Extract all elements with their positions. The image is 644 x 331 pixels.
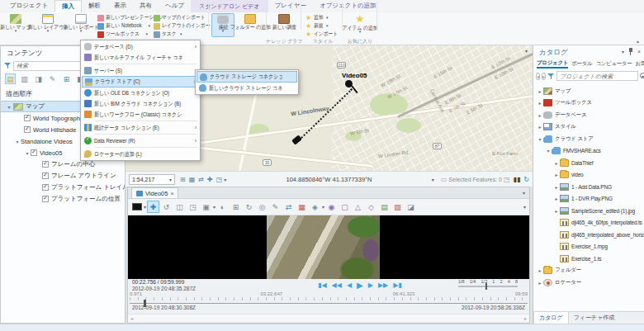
next-frame-button[interactable]: ▶ bbox=[368, 281, 373, 289]
layer-checkbox[interactable] bbox=[31, 149, 37, 156]
full-frame-button[interactable]: ◎ bbox=[256, 201, 268, 213]
expand-icon[interactable]: ▸ bbox=[537, 124, 543, 130]
collapse-ribbon-icon[interactable]: ▴ bbox=[637, 38, 639, 44]
tab-analysis[interactable]: 解析 bbox=[82, 0, 107, 12]
layer-checkbox[interactable] bbox=[42, 161, 49, 168]
new-investigation-button[interactable]: 新しい調査 bbox=[269, 13, 299, 37]
scroll-left-icon[interactable]: ◂ bbox=[130, 315, 133, 321]
video-notes-button[interactable]: ▧ bbox=[391, 201, 404, 213]
video-timeline[interactable]: 0.971 03:22.647 06:41.323 09:59 bbox=[128, 291, 529, 305]
dropdown-caret-icon[interactable]: ▾ bbox=[322, 204, 324, 210]
tab-help[interactable]: ヘルプ bbox=[159, 0, 191, 12]
expand-icon[interactable]: ▸ bbox=[553, 172, 560, 177]
list-by-source-button[interactable]: ▥ bbox=[19, 73, 30, 84]
dropdown-caret-icon[interactable]: ▾ bbox=[144, 204, 146, 210]
layer-checkbox[interactable] bbox=[24, 115, 31, 121]
collapse-icon[interactable]: ▾ bbox=[14, 139, 21, 144]
expand-icon[interactable]: ▸ bbox=[537, 88, 543, 94]
zoom-video-tool[interactable]: ⊞ bbox=[230, 201, 242, 213]
frame-center-toggle[interactable]: ◉ bbox=[325, 201, 338, 213]
reset-video-view-button[interactable]: ↺ bbox=[160, 201, 173, 213]
tab-view[interactable]: 表示 bbox=[107, 0, 133, 12]
status-pane-icon[interactable]: ◳ bbox=[216, 176, 223, 183]
catalog-item-toolboxes[interactable]: ▸ツールボックス bbox=[533, 97, 644, 110]
previous-frame-button[interactable]: ◀ bbox=[347, 281, 352, 289]
video-display-options-button[interactable]: ◈ bbox=[309, 201, 321, 213]
skip-to-end-button[interactable]: ▶▮ bbox=[393, 281, 402, 289]
tab-share[interactable]: 共有 bbox=[133, 0, 159, 12]
add-item-button[interactable]: ★ アイテム の追加 ▾ bbox=[345, 13, 375, 37]
video-scrollbar[interactable]: ◂ ▸ bbox=[128, 314, 529, 322]
playback-speed-control[interactable]: 1/81/41/21248 bbox=[458, 279, 518, 291]
platform-trail-toggle[interactable]: △ bbox=[352, 201, 364, 213]
fast-forward-button[interactable]: ▶▶ bbox=[378, 281, 388, 289]
catalog-item-locators[interactable]: ▸ロケーター bbox=[533, 277, 644, 289]
catalog-item-dvr-play-png[interactable]: ▸1 - DVR Play.PNG bbox=[533, 193, 644, 206]
status-grid-icon[interactable]: ⊞ bbox=[180, 176, 186, 183]
export-frame-button[interactable]: ◳ bbox=[187, 201, 199, 213]
list-by-snapping-button[interactable]: ⊞ bbox=[61, 73, 72, 84]
map-coordinates[interactable]: 104.8850846°W 41.1377339°N bbox=[226, 176, 432, 183]
video-map-link-button[interactable]: ⇄ bbox=[282, 201, 295, 213]
import-map-button[interactable]: マップのインポート bbox=[154, 14, 208, 21]
list-by-editing-button[interactable]: ✎ bbox=[47, 73, 58, 84]
catalog-item-folders[interactable]: ▸フォルダー bbox=[533, 265, 644, 277]
timeline-track[interactable] bbox=[130, 303, 528, 304]
menu-item-cloud-store[interactable]: クラウド ストア (C)› bbox=[82, 76, 199, 87]
new-presentation-button[interactable]: 新しいプレゼンテーション bbox=[97, 14, 157, 21]
catalog-item-dji465-4k-ts[interactable]: dji465_4k_60fps_interpolated.ts bbox=[533, 217, 644, 229]
frame-outline-toggle[interactable]: ▢ bbox=[339, 201, 351, 213]
rotate-video-button[interactable]: ↻ bbox=[243, 201, 255, 213]
style-new-button[interactable]: ★新規▾ bbox=[305, 22, 340, 30]
collapse-icon[interactable]: ▾ bbox=[537, 136, 543, 142]
menu-item-data-reviewer[interactable]: Data Reviewer (R)› bbox=[82, 135, 199, 146]
catalog-item-datathief[interactable]: ▸DataThief bbox=[533, 157, 644, 169]
menu-item-server[interactable]: サーバー (S)› bbox=[82, 65, 199, 76]
layer-checkbox[interactable] bbox=[42, 173, 49, 179]
map-chevron-icon[interactable]: ▾ bbox=[525, 48, 528, 54]
toolbox-button[interactable]: ツールボックス▾ bbox=[97, 31, 157, 38]
list-by-selection-button[interactable]: ◨ bbox=[33, 73, 44, 84]
layer-checkbox[interactable] bbox=[42, 184, 49, 191]
layer-checkbox[interactable] bbox=[42, 196, 49, 202]
markup-tool[interactable]: ✎ bbox=[269, 201, 282, 213]
list-by-drawing-order-button[interactable]: ▤ bbox=[5, 73, 16, 84]
catalog-item-samplescene-jpg[interactable]: ▸SampleScene_edited (1).jpg bbox=[533, 205, 644, 217]
map-scale-select[interactable]: 1:54,217 ▾ bbox=[129, 174, 175, 185]
menu-item-new-oledb-connection[interactable]: 新しい OLE DB コネクション (O) bbox=[82, 87, 199, 98]
menu-item-new-bim-cloud-connection[interactable]: 新しい BIM クラウド コネクション (B) bbox=[82, 98, 199, 109]
new-report-button[interactable]: 新しい レポート ▾ bbox=[66, 13, 96, 37]
video-footprint-toggle[interactable]: ▦ bbox=[296, 201, 308, 213]
pause-drawing-icon[interactable]: ▮▮ bbox=[513, 176, 520, 183]
popup-icon[interactable]: ◳ bbox=[504, 176, 510, 183]
speed-slider-handle[interactable] bbox=[485, 283, 487, 290]
refresh-icon[interactable]: ↻ bbox=[523, 176, 529, 183]
catalog-tab-favorites[interactable]: お気に入り bbox=[636, 60, 644, 68]
collapse-icon[interactable]: ▾ bbox=[24, 150, 31, 156]
expand-icon[interactable]: ▸ bbox=[553, 184, 560, 190]
chevron-down-icon[interactable]: ▾ bbox=[622, 49, 624, 54]
sublayer-platform-trail[interactable]: プラットフォーム トレイル bbox=[1, 182, 125, 193]
video-tab[interactable]: Video05 × bbox=[131, 187, 178, 198]
catalog-item-maps[interactable]: ▸マップ bbox=[533, 85, 644, 97]
pin-icon[interactable] bbox=[627, 48, 634, 55]
expand-icon[interactable]: ▸ bbox=[553, 208, 560, 214]
catalog-bottom-tab-catalog[interactable]: カタログ bbox=[533, 312, 569, 324]
sublayer-platform-position[interactable]: プラットフォームの位置 bbox=[1, 193, 125, 205]
collapse-icon[interactable]: ▾ bbox=[545, 148, 552, 154]
status-table-icon[interactable]: ▦ bbox=[189, 176, 196, 183]
catalog-tab-project[interactable]: プロジェクト bbox=[537, 59, 568, 69]
catalog-item-databases[interactable]: ▸データベース bbox=[533, 109, 644, 121]
tab-player[interactable]: プレイヤー bbox=[268, 0, 313, 12]
back-icon[interactable]: ◂ bbox=[536, 73, 540, 80]
expand-icon[interactable]: ▸ bbox=[553, 160, 560, 166]
catalog-search-input[interactable] bbox=[556, 71, 638, 81]
catalog-item-add-data-png[interactable]: ▸1 - Add Data.PNG bbox=[533, 181, 644, 193]
catalog-bottom-tab-create-features[interactable]: フィーチャ作成 bbox=[569, 312, 620, 324]
expand-icon[interactable]: ▸ bbox=[537, 267, 543, 273]
close-icon[interactable]: × bbox=[637, 49, 641, 54]
tab-insert[interactable]: 挿入 bbox=[54, 0, 82, 12]
catalog-item-exercise1-ts[interactable]: Exercise_1.ts bbox=[533, 253, 644, 265]
submenu-item-add-cloud-storage-connection[interactable]: クラウド ストレージ コネクションの追加 (A) bbox=[197, 71, 297, 83]
status-sync-icon[interactable]: ⇄ bbox=[198, 176, 204, 183]
